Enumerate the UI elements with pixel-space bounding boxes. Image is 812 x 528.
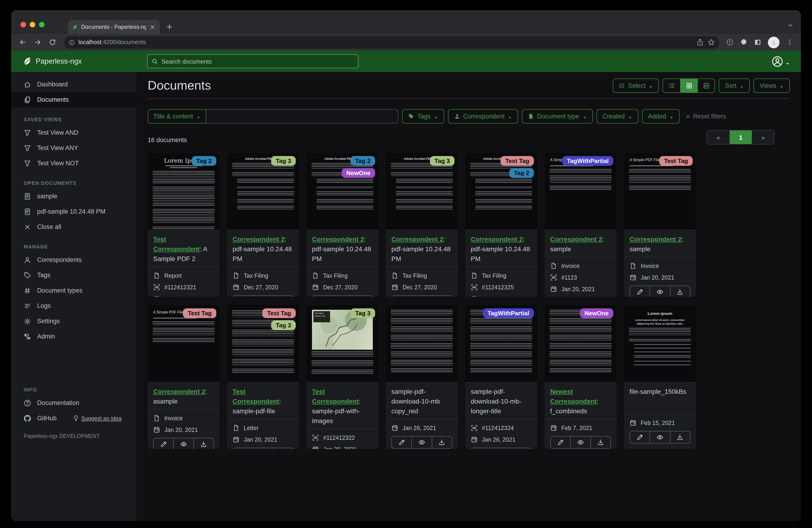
- sidebar-item-documentation[interactable]: Documentation: [11, 395, 136, 411]
- edit-button[interactable]: [471, 448, 491, 449]
- document-card[interactable]: TagWithPartial sample-pdf-download-10-mb…: [465, 305, 537, 449]
- download-button[interactable]: [670, 431, 690, 443]
- tags-filter-button[interactable]: Tags: [402, 109, 444, 124]
- document-thumbnail[interactable]: TagWithPartial: [465, 305, 537, 382]
- document-card[interactable]: A Simple PDF File Test Tag Correspondent…: [148, 305, 220, 449]
- minimize-window-button[interactable]: [30, 22, 35, 27]
- document-thumbnail[interactable]: Adobe Acrobat PDF Files Tag 2NewOne: [306, 153, 378, 229]
- sidebar-item-dashboard[interactable]: Dashboard: [11, 76, 136, 92]
- tag-badge[interactable]: Test Tag: [501, 156, 534, 166]
- download-button[interactable]: [432, 437, 452, 448]
- preview-button[interactable]: [253, 296, 273, 297]
- correspondent-link[interactable]: Correspondent 2: [471, 236, 523, 243]
- detail-view-button[interactable]: [698, 79, 715, 92]
- download-button[interactable]: [432, 296, 452, 297]
- tag-badge[interactable]: NewOne: [580, 308, 613, 318]
- sidebar-item-correspondents[interactable]: Correspondents: [11, 252, 136, 268]
- filter-field-button[interactable]: Title & content: [148, 109, 206, 124]
- global-search[interactable]: [147, 54, 359, 68]
- document-thumbnail[interactable]: A Simple PDF File Test Tag: [148, 305, 220, 382]
- address-bar[interactable]: localhost:4200/documents: [64, 36, 720, 48]
- document-thumbnail[interactable]: Adobe Acrobat PDF Files Tag 3: [227, 153, 299, 229]
- preview-button[interactable]: [570, 437, 591, 448]
- correspondent-link[interactable]: Correspondent 2: [153, 388, 205, 395]
- edit-button[interactable]: [313, 296, 332, 297]
- sidebar-item-open-pdf-sample[interactable]: pdf-sample 10.24.48 PM: [11, 204, 136, 219]
- tab-search-button[interactable]: [787, 22, 794, 30]
- document-card[interactable]: Adobe Acrobat PDF Files Tag 3 Correspond…: [386, 153, 458, 297]
- correspondent-link[interactable]: Newest Correspondent: [550, 388, 597, 405]
- reset-filters-button[interactable]: Reset filters: [685, 113, 726, 120]
- document-type-filter-button[interactable]: Document type: [522, 109, 593, 124]
- sidebar-item-documents[interactable]: Documents: [11, 92, 136, 107]
- sidebar-item-settings[interactable]: Settings: [11, 313, 136, 329]
- document-card[interactable]: Adobe Acrobat PDF Files Tag 3 Correspond…: [227, 153, 299, 297]
- preview-button[interactable]: [650, 431, 670, 443]
- document-thumbnail[interactable]: Adobe Acrobat PDF Files Tag 3: [386, 153, 458, 229]
- document-card[interactable]: Lorem ipsumLorem ipsum dolor sit amet, c…: [624, 305, 696, 449]
- document-thumbnail[interactable]: [386, 305, 458, 382]
- correspondent-link[interactable]: Correspondent 2: [550, 236, 602, 243]
- correspondent-link[interactable]: Correspondent 2: [629, 236, 682, 243]
- extensions-puzzle-icon[interactable]: [740, 39, 748, 46]
- sidebar-item-test-view-not[interactable]: Test View NOT: [11, 156, 136, 171]
- download-button[interactable]: [590, 437, 610, 448]
- download-button[interactable]: [352, 296, 372, 297]
- tag-badge[interactable]: TagWithPartial: [562, 156, 613, 166]
- tag-badge[interactable]: Tag 2: [509, 168, 534, 178]
- correspondent-link[interactable]: Test Correspondent: [312, 388, 359, 405]
- tag-badge[interactable]: Tag 2: [350, 156, 375, 166]
- download-button[interactable]: [670, 286, 690, 297]
- preview-button[interactable]: [332, 296, 352, 297]
- browser-menu-icon[interactable]: [786, 39, 794, 46]
- download-button[interactable]: [273, 448, 293, 449]
- sidebar-item-open-sample[interactable]: sample: [11, 188, 136, 204]
- views-button[interactable]: Views: [754, 79, 790, 93]
- edit-button[interactable]: [233, 296, 253, 297]
- document-card[interactable]: sample-pdf-download-10-mb copy_red Jan 2…: [386, 305, 458, 449]
- new-tab-button[interactable]: [163, 21, 175, 33]
- tag-badge[interactable]: Tag 3: [350, 308, 375, 318]
- prev-page-button[interactable]: «: [707, 130, 729, 144]
- edit-button[interactable]: [392, 296, 411, 297]
- filter-text-input[interactable]: [206, 109, 398, 124]
- document-thumbnail[interactable]: Test TagTag 3: [227, 305, 299, 382]
- close-window-button[interactable]: [20, 22, 26, 27]
- correspondent-link[interactable]: Test Correspondent: [233, 388, 279, 405]
- document-thumbnail[interactable]: A Simple PDF File TagWithPartial: [545, 153, 617, 229]
- browser-profile-avatar[interactable]: [768, 37, 780, 48]
- tag-badge[interactable]: Tag 3: [271, 156, 296, 166]
- document-thumbnail[interactable]: A Simple PDF File Test Tag: [624, 153, 696, 229]
- edit-button[interactable]: [630, 431, 650, 443]
- tag-badge[interactable]: Test Tag: [263, 308, 296, 318]
- preview-button[interactable]: [253, 448, 273, 449]
- correspondent-link[interactable]: Correspondent 2: [391, 236, 444, 243]
- sidebar-item-test-view-any[interactable]: Test View ANY: [11, 140, 136, 156]
- document-card[interactable]: Adobe Acrobat PDF Files Tag 2NewOne Corr…: [306, 153, 378, 297]
- tag-badge[interactable]: Tag 2: [192, 156, 216, 166]
- download-button[interactable]: [511, 448, 531, 449]
- created-filter-button[interactable]: Created: [596, 109, 638, 124]
- site-info-icon[interactable]: [69, 39, 75, 45]
- correspondent-link[interactable]: Test Correspondent: [153, 236, 200, 253]
- grid-view-button[interactable]: [680, 79, 698, 92]
- zoom-window-button[interactable]: [39, 22, 45, 27]
- download-button[interactable]: [273, 296, 293, 297]
- back-button[interactable]: [17, 36, 29, 48]
- side-panel-icon[interactable]: [754, 39, 762, 46]
- forward-button[interactable]: [32, 36, 44, 48]
- user-menu[interactable]: [772, 56, 801, 67]
- preview-button[interactable]: [173, 438, 193, 449]
- edit-button[interactable]: [154, 438, 173, 449]
- preview-button[interactable]: [650, 286, 670, 297]
- sidebar-item-tags[interactable]: Tags: [11, 268, 136, 283]
- list-view-button[interactable]: [663, 79, 680, 92]
- edit-button[interactable]: [392, 437, 411, 448]
- sidebar-item-github[interactable]: GitHub Suggest an idea: [11, 411, 136, 426]
- sidebar-item-logs[interactable]: Logs: [11, 298, 136, 313]
- tag-badge[interactable]: Tag 3: [271, 320, 296, 330]
- document-thumbnail[interactable]: Boundary Waters Trip Tag 3: [306, 305, 378, 382]
- bookmark-star-icon[interactable]: [708, 39, 715, 46]
- document-card[interactable]: Adobe Acrobat PDF Files Test TagTag 2 Co…: [465, 153, 537, 297]
- browser-tab[interactable]: Documents - Paperless-ngx: [68, 20, 160, 34]
